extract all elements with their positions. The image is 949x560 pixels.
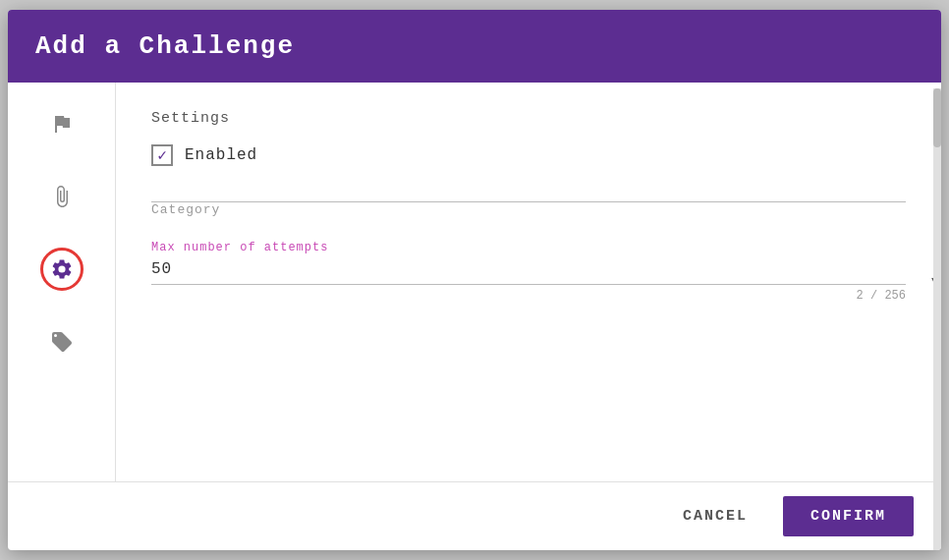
dialog-header: Add a Challenge <box>8 10 941 83</box>
paperclip-icon[interactable] <box>40 175 84 218</box>
cancel-button[interactable]: CANCEL <box>655 496 775 536</box>
enabled-label: Enabled <box>185 146 257 164</box>
dialog-body: Settings ✓ Enabled ▾ Category Max number… <box>8 83 941 481</box>
main-content: Settings ✓ Enabled ▾ Category Max number… <box>116 83 941 481</box>
sidebar <box>8 83 116 481</box>
scrollbar-thumb[interactable] <box>933 88 941 147</box>
flag-icon[interactable] <box>40 102 84 145</box>
max-attempts-label: Max number of attempts <box>151 241 906 254</box>
category-group: ▾ Category <box>151 196 906 217</box>
enabled-row: ✓ Enabled <box>151 144 906 166</box>
enabled-checkbox[interactable]: ✓ <box>151 144 173 166</box>
category-select-row[interactable]: ▾ <box>151 196 906 202</box>
category-placeholder-label: Category <box>151 202 906 217</box>
char-count: 2 / 256 <box>151 289 906 303</box>
dialog-footer: CANCEL CONFIRM <box>8 481 941 550</box>
settings-section-title: Settings <box>151 110 906 127</box>
gear-icon[interactable] <box>40 248 84 291</box>
max-attempts-input[interactable] <box>151 260 906 278</box>
add-challenge-dialog: Add a Challenge <box>8 10 941 550</box>
dialog-title: Add a Challenge <box>35 31 295 61</box>
tag-icon[interactable] <box>40 320 84 364</box>
max-attempts-input-wrapper <box>151 260 906 285</box>
confirm-button[interactable]: CONFIRM <box>783 496 914 536</box>
scrollbar-track[interactable] <box>933 88 941 550</box>
checkmark-icon: ✓ <box>157 145 167 165</box>
max-attempts-group: Max number of attempts 2 / 256 <box>151 241 906 303</box>
